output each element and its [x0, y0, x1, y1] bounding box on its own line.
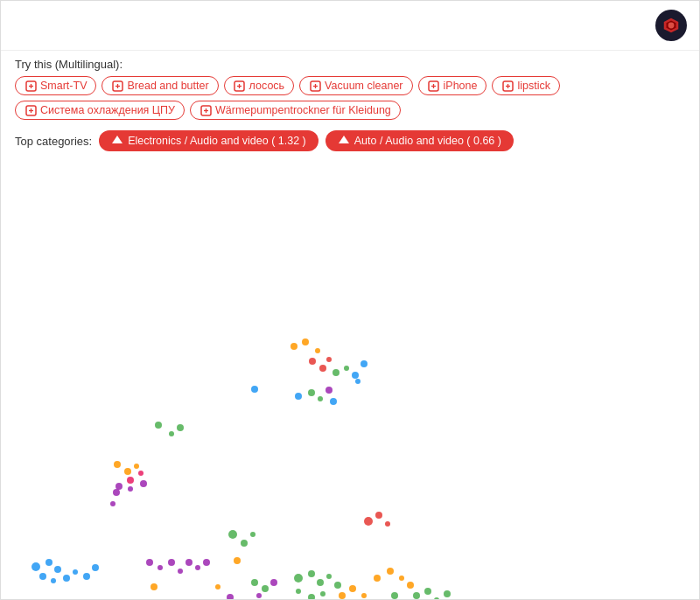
tag-label: lipstick	[517, 80, 550, 92]
categories-row: Top categories: Electronics / Audio and …	[1, 125, 700, 158]
scatter-area	[1, 158, 700, 600]
tag-label: iPhone	[444, 80, 478, 92]
tag-iphone[interactable]: iPhone	[418, 76, 487, 95]
tag-cpu[interactable]: Система охлаждения ЦПУ	[15, 101, 185, 120]
tag-label: Smart-TV	[40, 80, 87, 92]
category-icon	[338, 135, 350, 147]
tags-row-2: Система охлаждения ЦПУ Wärmepumpentrockn…	[1, 99, 700, 125]
svg-marker-28	[339, 136, 349, 143]
tag-icon	[111, 80, 123, 92]
tag-icon	[428, 80, 440, 92]
tag-lipstick[interactable]: lipstick	[492, 76, 560, 95]
scatter-canvas	[1, 158, 700, 600]
tag-vacuum[interactable]: Vacuum cleaner	[299, 76, 412, 95]
tag-smart-tv[interactable]: Smart-TV	[15, 76, 96, 95]
try-this-section: Try this (Multilingual):	[1, 51, 700, 74]
tag-bread[interactable]: Bread and butter	[102, 76, 218, 95]
tag-icon	[309, 80, 321, 92]
tag-icon	[24, 80, 37, 92]
try-this-label: Try this (Multilingual):	[15, 58, 122, 71]
tag-icon	[234, 80, 246, 92]
tag-label: лосось	[249, 80, 285, 92]
tags-row-1: Smart-TV Bread and butter лосось Vacuum …	[1, 74, 700, 99]
category-label: Auto / Audio and video ( 0.66 )	[354, 135, 501, 147]
category-icon	[111, 135, 123, 147]
tag-salmon[interactable]: лосось	[224, 76, 295, 95]
search-bar: Smart-TV	[1, 1, 700, 51]
tag-label: Vacuum cleaner	[325, 80, 402, 92]
category-label: Electronics / Audio and video ( 1.32 )	[128, 135, 306, 147]
tag-icon	[24, 104, 37, 116]
logo-icon	[655, 10, 687, 41]
tag-icon	[200, 104, 212, 116]
tag-washer[interactable]: Wärmepumpentrockner für Kleidung	[190, 101, 401, 120]
svg-marker-27	[112, 136, 122, 143]
tag-label: Система охлаждения ЦПУ	[40, 104, 175, 116]
cat-electronics[interactable]: Electronics / Audio and video ( 1.32 )	[99, 130, 318, 151]
tag-label: Bread and butter	[127, 80, 208, 92]
svg-point-2	[668, 23, 675, 29]
categories-label: Top categories:	[15, 135, 92, 148]
cat-auto[interactable]: Auto / Audio and video ( 0.66 )	[326, 130, 514, 151]
tag-label: Wärmepumpentrockner für Kleidung	[215, 104, 391, 116]
search-input[interactable]: Smart-TV	[15, 17, 647, 35]
tag-icon	[501, 80, 514, 92]
